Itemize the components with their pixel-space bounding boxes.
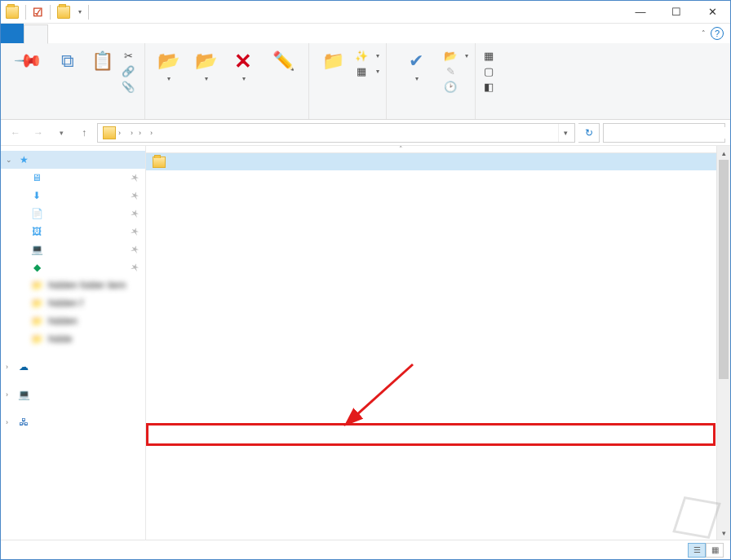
address-dropdown-icon[interactable]: ▾ — [558, 124, 573, 142]
nav-downloads[interactable]: ⬇ — [1, 187, 145, 205]
desktop-icon: 🖥 — [30, 171, 43, 184]
copy-to-button[interactable]: 📂▾ — [188, 46, 224, 85]
ribbon: 📌 ⧉ 📋 ✂ 🔗 📎 📂▾ 📂▾ ✕▾ ✏️ — [1, 43, 730, 120]
new-item-button[interactable]: ✨▾ — [353, 48, 381, 63]
breadcrumb-appdata[interactable]: › — [133, 129, 144, 137]
nav-onedrive[interactable]: ›☁ — [1, 358, 145, 376]
icons-view-button[interactable]: ▦ — [706, 543, 724, 558]
scissors-icon: ✂ — [122, 49, 135, 62]
scroll-up-icon[interactable]: ▴ — [717, 146, 730, 160]
easy-access-icon: ▦ — [355, 64, 368, 77]
delete-button[interactable]: ✕▾ — [225, 46, 261, 85]
nav-documents[interactable]: 📄 — [1, 205, 145, 223]
chevron-right-icon[interactable]: › — [6, 418, 8, 426]
downloads-icon: ⬇ — [30, 189, 43, 202]
paste-shortcut-button[interactable]: 📎 — [120, 79, 140, 94]
nav-pictures[interactable]: 🖼 — [1, 223, 145, 240]
nav-network[interactable]: ›🖧 — [1, 413, 145, 431]
select-none-button[interactable]: ▢ — [481, 64, 500, 78]
ribbon-tabs: ˄ ? — [1, 24, 730, 43]
pc-icon: 💻 — [30, 243, 43, 256]
file-list: ˄ ▴ ▾ — [146, 146, 730, 540]
nav-google-drive[interactable]: ◆ — [1, 258, 145, 276]
onedrive-icon: ☁ — [17, 360, 30, 373]
status-bar: ☰ ▦ — [1, 540, 730, 559]
qat-newfolder-icon[interactable] — [57, 6, 70, 19]
documents-icon: 📄 — [30, 207, 43, 220]
search-box[interactable]: 🔍 — [603, 123, 725, 143]
rename-button[interactable]: ✏️ — [263, 46, 303, 77]
copy-path-icon: 🔗 — [122, 64, 135, 77]
details-view-button[interactable]: ☰ — [688, 543, 706, 558]
ribbon-group-organize: 📂▾ 📂▾ ✕▾ ✏️ — [145, 43, 309, 119]
vertical-scrollbar[interactable]: ▴ ▾ — [716, 146, 730, 540]
nav-quick-access[interactable]: ⌄★ — [1, 151, 145, 169]
ribbon-collapse-icon[interactable]: ˄ — [702, 29, 706, 37]
copy-button[interactable]: ⧉ — [51, 46, 84, 77]
back-button[interactable]: ← — [6, 123, 25, 143]
chevron-down-icon[interactable]: ⌄ — [6, 156, 12, 164]
recent-locations-button[interactable]: ▾ — [51, 123, 71, 143]
pc-icon: 💻 — [17, 388, 30, 401]
search-input[interactable] — [607, 127, 729, 139]
tab-file[interactable] — [1, 24, 24, 43]
navigation-pane: ⌄★ 🖥 ⬇ 📄 🖼 💻 ◆ 📁hidden folder item 📁hidd… — [1, 146, 146, 540]
pin-to-quick-access-button[interactable]: 📌 — [6, 46, 50, 77]
forward-button[interactable]: → — [29, 123, 48, 143]
edit-button[interactable]: ✎ — [442, 64, 470, 78]
copy-path-button[interactable]: 🔗 — [120, 64, 140, 78]
open-button[interactable]: 📂▾ — [442, 48, 470, 63]
paste-icon: 📋 — [89, 48, 115, 74]
ribbon-group-new: 📁 ✨▾ ▦▾ — [309, 43, 387, 119]
paste-button[interactable]: 📋 — [86, 46, 118, 77]
select-all-button[interactable]: ▦ — [481, 48, 500, 63]
address-bar[interactable]: › › › › ▾ — [97, 123, 575, 143]
chevron-right-icon[interactable]: › — [6, 390, 8, 399]
nav-hidden-4[interactable]: 📁hidde — [1, 330, 145, 348]
tab-home[interactable] — [24, 24, 48, 44]
qat-properties-icon[interactable]: ☑ — [33, 6, 43, 19]
copy-to-icon: 📂 — [193, 48, 219, 74]
folder-icon — [103, 126, 116, 139]
rename-icon: ✏️ — [270, 48, 296, 74]
nav-thispc2[interactable]: ›💻 — [1, 386, 145, 403]
scrollbar-thumb[interactable] — [719, 160, 729, 379]
chevron-right-icon[interactable]: › — [6, 363, 8, 371]
nav-hidden-3[interactable]: 📁hidden — [1, 312, 145, 330]
group-label-organize — [150, 116, 303, 117]
qat-dropdown-icon[interactable]: ▾ — [78, 8, 82, 15]
move-to-icon: 📂 — [155, 48, 181, 74]
scroll-down-icon[interactable]: ▾ — [717, 526, 730, 540]
cut-button[interactable]: ✂ — [120, 48, 140, 63]
minimize-button[interactable]: — — [622, 1, 658, 24]
select-none-icon: ▢ — [482, 64, 495, 77]
tab-view[interactable] — [71, 24, 94, 43]
nav-hidden-2[interactable]: 📁hidden f — [1, 294, 145, 312]
star-icon: ★ — [17, 153, 30, 166]
edit-icon: ✎ — [444, 64, 457, 77]
easy-access-button[interactable]: ▦▾ — [353, 64, 381, 78]
move-to-button[interactable]: 📂▾ — [150, 46, 186, 85]
invert-selection-button[interactable]: ◧ — [481, 79, 500, 94]
properties-button[interactable]: ✔▾ — [392, 46, 441, 85]
tab-share[interactable] — [48, 24, 71, 43]
group-label-clipboard — [6, 116, 140, 117]
up-button[interactable]: ↑ — [74, 123, 94, 143]
close-button[interactable]: ✕ — [694, 1, 730, 24]
column-headers[interactable]: ˄ — [146, 146, 730, 153]
breadcrumb-local[interactable]: › — [144, 129, 156, 137]
file-row-origin[interactable] — [146, 153, 730, 170]
nav-thispc[interactable]: 💻 — [1, 240, 145, 258]
folder-icon — [6, 6, 19, 19]
address-bar-row: ← → ▾ ↑ › › › › ▾ ↻ 🔍 — [1, 120, 730, 146]
maximize-button[interactable]: ☐ — [658, 1, 694, 24]
nav-desktop[interactable]: 🖥 — [1, 169, 145, 187]
history-icon: 🕑 — [444, 80, 457, 93]
nav-hidden-1[interactable]: 📁hidden folder item — [1, 276, 145, 294]
ribbon-group-clipboard: 📌 ⧉ 📋 ✂ 🔗 📎 — [1, 43, 145, 119]
new-folder-button[interactable]: 📁 — [314, 46, 352, 77]
refresh-button[interactable]: ↻ — [578, 123, 600, 143]
history-button[interactable]: 🕑 — [442, 79, 470, 94]
help-icon[interactable]: ? — [711, 27, 724, 40]
new-folder-icon: 📁 — [320, 48, 346, 74]
